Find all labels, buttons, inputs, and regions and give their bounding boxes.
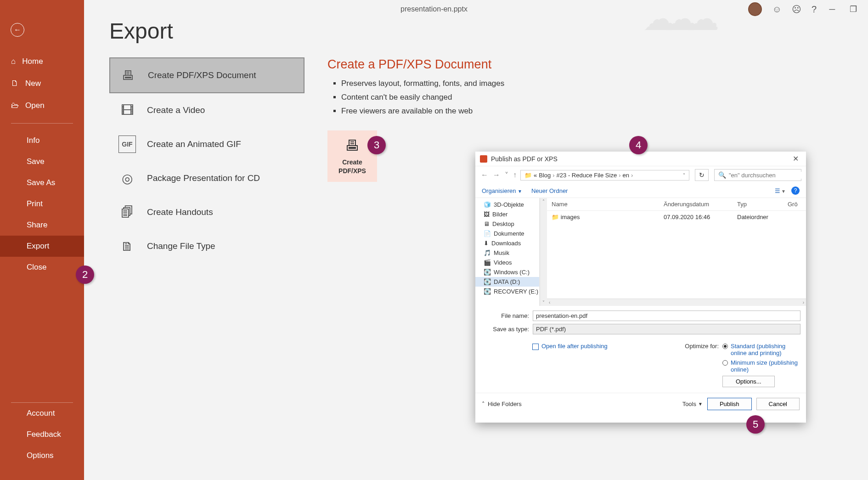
publish-dialog: Publish as PDF or XPS ✕ ← → ˅ ↑ 📁 « Blog… bbox=[475, 152, 806, 423]
export-option-handouts[interactable]: 🗐 Create Handouts bbox=[109, 195, 304, 229]
folder-icon: 📁 bbox=[524, 172, 532, 179]
detail-heading: Create a PDF/XPS Document bbox=[327, 57, 843, 72]
open-after-checkbox[interactable] bbox=[532, 344, 539, 350]
col-date[interactable]: Änderungsdatum bbox=[659, 198, 733, 210]
open-after-label: Open file after publishing bbox=[541, 343, 608, 350]
sidebar-item-save[interactable]: Save bbox=[0, 151, 84, 172]
sidebar-item-feedback[interactable]: Feedback bbox=[0, 424, 84, 445]
button-line1: Create bbox=[342, 158, 362, 166]
sidebar-item-options[interactable]: Options bbox=[0, 445, 84, 466]
callout-2: 2 bbox=[76, 265, 94, 284]
tree-scrollbar[interactable]: ˄˅ bbox=[540, 198, 547, 306]
breadcrumb-item[interactable]: Blog bbox=[539, 172, 551, 179]
col-size[interactable]: Grö bbox=[783, 198, 806, 210]
callout-3: 3 bbox=[367, 136, 386, 154]
new-folder-button[interactable]: Neuer Ordner bbox=[531, 187, 568, 194]
page-title: Export bbox=[109, 18, 843, 44]
export-option-gif[interactable]: GIF Create an Animated GIF bbox=[109, 127, 304, 161]
search-input[interactable] bbox=[729, 172, 806, 179]
nav-forward-icon[interactable]: → bbox=[492, 171, 501, 179]
callout-4: 4 bbox=[629, 136, 648, 154]
chevron-right-icon: › bbox=[619, 172, 620, 179]
file-scrollbar[interactable]: ‹› bbox=[547, 299, 806, 306]
home-icon: ⌂ bbox=[11, 57, 16, 66]
printer-icon: 🖶 bbox=[119, 67, 137, 84]
sidebar-item-home[interactable]: ⌂ Home bbox=[0, 51, 84, 73]
export-option-cd[interactable]: ◎ Package Presentation for CD bbox=[109, 161, 304, 195]
open-icon: 🗁 bbox=[11, 101, 19, 110]
export-option-video[interactable]: 🎞 Create a Video bbox=[109, 93, 304, 127]
file-row[interactable]: 📁 images 07.09.2020 16:46 Dateiordner bbox=[547, 211, 806, 223]
chevron-down-icon: ▼ bbox=[518, 189, 522, 194]
video-icon: 🎞 bbox=[118, 102, 136, 119]
optimize-standard-radio[interactable] bbox=[722, 344, 728, 349]
col-name[interactable]: Name bbox=[547, 198, 659, 210]
publish-button[interactable]: Publish bbox=[707, 398, 752, 410]
printer-icon: 🖶 bbox=[345, 137, 360, 154]
sidebar-item-label: Open bbox=[25, 101, 45, 110]
callout-5: 5 bbox=[746, 415, 765, 434]
detail-bullet: Preserves layout, formatting, fonts, and… bbox=[341, 79, 843, 88]
filename-input[interactable]: presentation-en.pdf bbox=[533, 311, 800, 321]
handouts-icon: 🗐 bbox=[118, 203, 136, 221]
sidebar-item-share[interactable]: Share bbox=[0, 215, 84, 236]
folder-tree[interactable]: 🧊3D-Objekte 🖼Bilder 🖥Desktop 📄Dokumente … bbox=[475, 198, 540, 306]
sidebar-item-close[interactable]: Close bbox=[0, 257, 84, 278]
sidebar-item-new[interactable]: 🗋 New bbox=[0, 73, 84, 95]
refresh-button[interactable]: ↻ bbox=[695, 169, 709, 181]
gif-icon: GIF bbox=[118, 136, 136, 153]
backstage-sidebar: ← ⌂ Home 🗋 New 🗁 Open Info Save Save As … bbox=[0, 0, 84, 480]
sidebar-item-saveas[interactable]: Save As bbox=[0, 172, 84, 193]
organize-menu[interactable]: Organisieren ▼ bbox=[482, 187, 522, 194]
search-box[interactable]: 🔍 bbox=[714, 169, 801, 181]
back-arrow-icon: ← bbox=[14, 26, 21, 34]
optimize-minimum-label: Minimum size (publishing online) bbox=[731, 359, 800, 373]
hide-folders-button[interactable]: Hide Folders bbox=[488, 401, 522, 407]
chevron-down-icon: ▼ bbox=[698, 401, 703, 407]
sidebar-item-label: New bbox=[25, 79, 41, 88]
chevron-up-icon: ˄ bbox=[482, 401, 485, 407]
divider bbox=[11, 123, 73, 124]
new-icon: 🗋 bbox=[11, 79, 19, 88]
export-option-pdfxps[interactable]: 🖶 Create PDF/XPS Document bbox=[109, 57, 304, 93]
chevron-right-icon: › bbox=[552, 172, 554, 179]
col-type[interactable]: Typ bbox=[733, 198, 783, 210]
chevron-right-icon: › bbox=[631, 172, 633, 179]
back-button[interactable]: ← bbox=[11, 23, 84, 37]
breadcrumb-item[interactable]: en bbox=[622, 172, 629, 179]
options-button[interactable]: Options... bbox=[722, 376, 775, 387]
sidebar-item-print[interactable]: Print bbox=[0, 193, 84, 215]
savetype-label: Save as type: bbox=[481, 326, 529, 333]
close-button[interactable]: ✕ bbox=[790, 154, 801, 163]
export-option-label: Package Presentation for CD bbox=[147, 173, 260, 183]
view-menu[interactable]: ☰▼ bbox=[775, 187, 786, 194]
search-icon: 🔍 bbox=[718, 171, 726, 179]
optimize-minimum-radio[interactable] bbox=[722, 360, 728, 366]
changetype-icon: 🗎 bbox=[118, 237, 136, 255]
help-icon[interactable]: ? bbox=[791, 186, 800, 195]
breadcrumb-bar[interactable]: 📁 « Blog › #23 - Reduce File Size › en ›… bbox=[520, 170, 689, 181]
create-pdfxps-button[interactable]: 🖶 Create PDF/XPS bbox=[327, 130, 377, 182]
nav-up-icon[interactable]: ↑ bbox=[512, 171, 518, 179]
export-option-changetype[interactable]: 🗎 Change File Type bbox=[109, 229, 304, 263]
savetype-select[interactable]: PDF (*.pdf) bbox=[533, 324, 800, 334]
optimize-standard-label: Standard (publishing online and printing… bbox=[731, 343, 800, 356]
cd-icon: ◎ bbox=[118, 169, 136, 187]
sidebar-item-info[interactable]: Info bbox=[0, 130, 84, 151]
breadcrumb-item: « bbox=[534, 172, 537, 179]
breadcrumb-item[interactable]: #23 - Reduce File Size bbox=[557, 172, 617, 179]
nav-recent-icon[interactable]: ˅ bbox=[504, 171, 509, 180]
dialog-title: Publish as PDF or XPS bbox=[491, 155, 558, 163]
export-option-label: Create an Animated GIF bbox=[147, 139, 241, 149]
detail-bullet: Free viewers are available on the web bbox=[341, 107, 843, 116]
nav-back-icon[interactable]: ← bbox=[480, 171, 489, 179]
sidebar-item-account[interactable]: Account bbox=[0, 403, 84, 424]
tools-menu[interactable]: Tools ▼ bbox=[682, 401, 703, 407]
export-option-label: Change File Type bbox=[147, 241, 215, 251]
chevron-down-icon[interactable]: ˅ bbox=[683, 173, 685, 178]
folder-icon: 📁 bbox=[552, 214, 559, 220]
cancel-button[interactable]: Cancel bbox=[756, 398, 800, 410]
sidebar-item-export[interactable]: Export bbox=[0, 236, 84, 257]
sidebar-item-open[interactable]: 🗁 Open bbox=[0, 95, 84, 117]
sidebar-item-label: Home bbox=[22, 57, 43, 66]
